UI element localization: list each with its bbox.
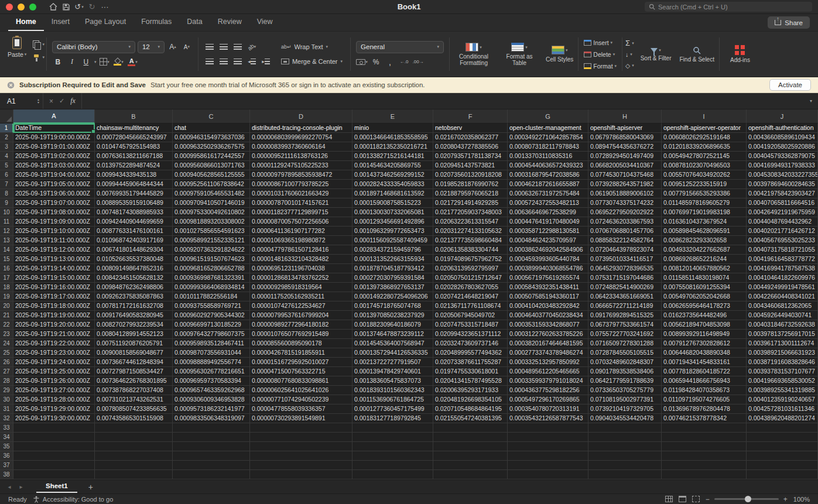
cell-H6[interactable]: 0.07745307104375468 xyxy=(588,170,662,180)
cell-F26[interactable]: 0.020733876611755287 xyxy=(433,358,508,367)
cell-E11[interactable]: 0.0001293456691492896 xyxy=(352,217,433,227)
cell-C6[interactable]: 0.0009405628565125555 xyxy=(173,170,250,180)
cell-J3[interactable]: 0.004192058025920886 xyxy=(747,142,818,152)
cell-E17[interactable]: 0.0002720307959391584 xyxy=(352,273,433,283)
cell-F27[interactable]: 0.01974755330618001 xyxy=(433,367,508,376)
cell-B20[interactable]: 0.007817172161632708 xyxy=(95,301,173,311)
cell-C25[interactable]: 0.000987073556931044 xyxy=(173,348,250,358)
cell-A23[interactable]: 2025-09-19T19:21:00.000Z xyxy=(13,330,95,339)
format-painter-button[interactable]: ▾ xyxy=(33,52,45,63)
cell-C11[interactable]: 0.0009818893203308002 xyxy=(173,217,250,227)
cell-J15[interactable]: 0.004196164583778772 xyxy=(747,255,818,264)
cell-A10[interactable]: 2025-09-19T19:08:00.000Z xyxy=(13,208,95,217)
decrease-indent-button[interactable]: ◂ xyxy=(246,56,258,67)
cell-F9[interactable]: 0.02172914914929285 xyxy=(433,198,508,208)
cell-I36[interactable] xyxy=(662,451,747,461)
cell-J2[interactable]: 0.004366085896109434 xyxy=(747,133,818,142)
cell-F19[interactable]: 0.02074214648219047 xyxy=(433,292,508,301)
cell-G12[interactable]: 0.0003587122988130581 xyxy=(508,227,588,236)
cell-D37[interactable] xyxy=(250,461,352,470)
cell-D5[interactable]: 0.000011292475105225233 xyxy=(250,161,352,170)
cell-F35[interactable] xyxy=(433,442,508,451)
cell-A15[interactable]: 2025-09-19T19:13:00.000Z xyxy=(13,255,95,264)
zoom-level[interactable]: 100% xyxy=(793,496,810,503)
row-header-9[interactable]: 9 xyxy=(0,198,13,208)
cell-A16[interactable]: 2025-09-19T19:14:00.000Z xyxy=(13,264,95,273)
home-button[interactable] xyxy=(47,1,60,13)
cell-C13[interactable]: 0.0009589921552335121 xyxy=(173,236,250,245)
cell-J1[interactable]: openshift-authentication xyxy=(747,124,818,133)
cell-D13[interactable]: 0.00001069365198980872 xyxy=(250,236,352,245)
cell-B7[interactable]: 0.009944459064844344 xyxy=(95,180,173,189)
cell-B8[interactable]: 0.007699351794445829 xyxy=(95,189,173,198)
cell-D1[interactable]: distributed-tracing-console-plugin xyxy=(250,124,352,133)
percent-format-button[interactable]: % xyxy=(370,56,382,68)
cell-A13[interactable]: 2025-09-19T19:11:00.000Z xyxy=(13,236,95,245)
cell-B24[interactable]: 0.007511920876205791 xyxy=(95,339,173,348)
cell-I7[interactable]: 0.00951252233515919 xyxy=(662,180,747,189)
cell-B2[interactable]: 0.0007280456665243997 xyxy=(95,133,173,142)
cell-E7[interactable]: 0.0002824333354059833 xyxy=(352,180,433,189)
cell-J8[interactable]: 0.004219758423903427 xyxy=(747,189,818,198)
save-button[interactable] xyxy=(60,1,73,13)
cell-J24[interactable]: 0.003961713001112674 xyxy=(747,339,818,348)
cell-C14[interactable]: 0.0009207363291824622 xyxy=(173,245,250,255)
cell-E5[interactable]: 0.001454634205869755 xyxy=(352,161,433,170)
cell-I2[interactable]: 0.006080262925191648 xyxy=(662,133,747,142)
cell-G28[interactable]: 0.00033599379791018024 xyxy=(508,376,588,386)
column-header-H[interactable]: H xyxy=(588,109,662,124)
cell-F33[interactable] xyxy=(433,423,508,433)
cell-G37[interactable] xyxy=(508,461,588,470)
cell-J16[interactable]: 0.004169941787587538 xyxy=(747,264,818,273)
cell-E31[interactable]: 0.0001277360457175499 xyxy=(352,404,433,414)
cell-J4[interactable]: 0.004045793362879075 xyxy=(747,152,818,161)
cell-C38[interactable] xyxy=(173,470,250,479)
cell-G4[interactable]: 0.00133703110835316 xyxy=(508,152,588,161)
cell-B10[interactable]: 0.007481743088985933 xyxy=(95,208,173,217)
cell-B26[interactable]: 0.007366744612848394 xyxy=(95,358,173,367)
merge-center-button[interactable]: Merge & Center ▾ xyxy=(279,56,345,67)
cell-C15[interactable]: 0.0009615191507674623 xyxy=(173,255,250,264)
cell-B35[interactable] xyxy=(95,442,173,451)
row-header-21[interactable]: 21 xyxy=(0,311,13,320)
cell-J35[interactable] xyxy=(747,442,818,451)
cell-B17[interactable]: 0.008423451505628132 xyxy=(95,273,173,283)
cell-D26[interactable]: 0.000015167295925010027 xyxy=(250,358,352,367)
column-header-G[interactable]: G xyxy=(508,109,588,124)
cell-J18[interactable]: 0.004492499919478561 xyxy=(747,283,818,292)
cell-A11[interactable]: 2025-09-19T19:09:00.000Z xyxy=(13,217,95,227)
fill-button[interactable]: ↓▾ xyxy=(625,49,634,60)
cell-E1[interactable]: minio xyxy=(352,124,433,133)
row-header-7[interactable]: 7 xyxy=(0,180,13,189)
cell-J19[interactable]: 0.004226604408341021 xyxy=(747,292,818,301)
cell-A17[interactable]: 2025-09-19T19:15:00.000Z xyxy=(13,273,95,283)
number-format-select[interactable]: General▾ xyxy=(356,41,444,53)
column-header-E[interactable]: E xyxy=(352,109,433,124)
cell-F23[interactable]: 0.020994323651371112 xyxy=(433,330,508,339)
cell-J21[interactable]: 0.00459264494030741 xyxy=(747,311,818,320)
cell-I1[interactable]: openshift-apiserver-operator xyxy=(662,124,747,133)
cell-A4[interactable]: 2025-09-19T19:02:00.000Z xyxy=(13,152,95,161)
zoom-out-button[interactable]: − xyxy=(706,495,710,503)
previous-sheet-button[interactable]: ◂ xyxy=(5,484,14,490)
cell-J14[interactable]: 0.004073175818721055 xyxy=(747,245,818,255)
column-header-B[interactable]: B xyxy=(95,109,173,124)
cell-H37[interactable] xyxy=(588,461,662,470)
cell-J13[interactable]: 0.004056769553025233 xyxy=(747,236,818,245)
cell-I10[interactable]: 0.007699719019983198 xyxy=(662,208,747,217)
cell-E6[interactable]: 0.0014373462569299152 xyxy=(352,170,433,180)
column-header-F[interactable]: F xyxy=(433,109,508,124)
cell-G13[interactable]: 0.000484624235709597 xyxy=(508,236,588,245)
cell-J34[interactable] xyxy=(747,433,818,442)
cell-A5[interactable]: 2025-09-19T19:03:00.000Z xyxy=(13,161,95,170)
cell-H3[interactable]: 0.08947544356376272 xyxy=(588,142,662,152)
cell-D29[interactable]: 0.000006025641025641026 xyxy=(250,386,352,395)
cell-D22[interactable]: 0.000009892772964180182 xyxy=(250,320,352,330)
cell-I26[interactable]: 0.007194341454833161 xyxy=(662,358,747,367)
cell-B29[interactable]: 0.007387868227037408 xyxy=(95,386,173,395)
zoom-slider-thumb[interactable] xyxy=(745,496,751,502)
cell-H16[interactable]: 0.06452930728396535 xyxy=(588,264,662,273)
cell-C34[interactable] xyxy=(173,433,250,442)
cell-G5[interactable]: 0.00045440636572439323 xyxy=(508,161,588,170)
row-header-12[interactable]: 12 xyxy=(0,227,13,236)
